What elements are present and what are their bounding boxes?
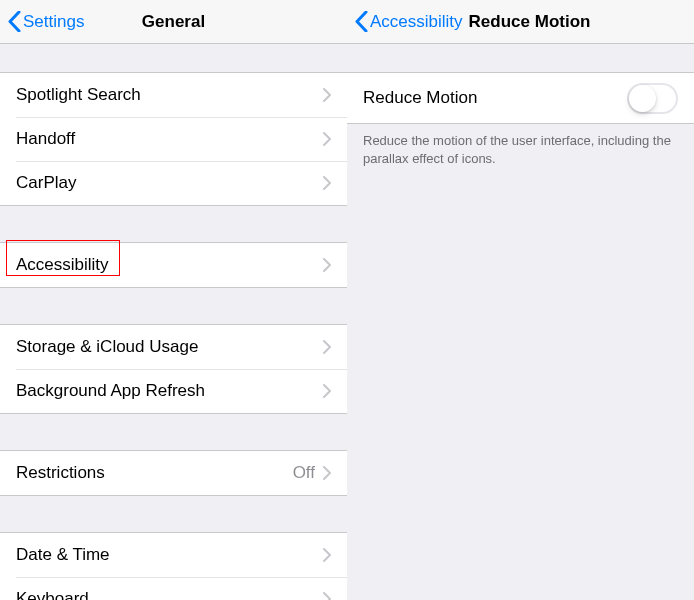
- chevron-right-icon: [323, 176, 331, 190]
- row-label: Accessibility: [16, 255, 323, 275]
- navbar: Accessibility Reduce Motion: [347, 0, 694, 44]
- row-handoff[interactable]: Handoff: [0, 117, 347, 161]
- row-label: Reduce Motion: [363, 88, 627, 108]
- back-button[interactable]: Settings: [8, 11, 84, 32]
- row-storage-icloud[interactable]: Storage & iCloud Usage: [0, 325, 347, 369]
- row-label: Storage & iCloud Usage: [16, 337, 323, 357]
- general-settings-pane: Settings General Spotlight Search Handof…: [0, 0, 347, 600]
- chevron-right-icon: [323, 132, 331, 146]
- chevron-right-icon: [323, 548, 331, 562]
- row-spotlight-search[interactable]: Spotlight Search: [0, 73, 347, 117]
- settings-group-2: Accessibility: [0, 242, 347, 288]
- chevron-right-icon: [323, 384, 331, 398]
- row-accessibility[interactable]: Accessibility: [0, 243, 347, 287]
- reduce-motion-group: Reduce Motion: [347, 72, 694, 124]
- settings-group-5: Date & Time Keyboard Language & Region: [0, 532, 347, 600]
- toggle-knob: [629, 85, 656, 112]
- page-title: Reduce Motion: [469, 12, 591, 32]
- chevron-right-icon: [323, 258, 331, 272]
- row-date-time[interactable]: Date & Time: [0, 533, 347, 577]
- row-label: Background App Refresh: [16, 381, 323, 401]
- chevron-left-icon: [8, 11, 21, 32]
- row-label: Handoff: [16, 129, 323, 149]
- footer-description: Reduce the motion of the user interface,…: [347, 124, 694, 175]
- settings-group-4: Restrictions Off: [0, 450, 347, 496]
- row-background-app-refresh[interactable]: Background App Refresh: [0, 369, 347, 413]
- row-reduce-motion[interactable]: Reduce Motion: [347, 73, 694, 123]
- chevron-right-icon: [323, 88, 331, 102]
- chevron-right-icon: [323, 466, 331, 480]
- navbar: Settings General: [0, 0, 347, 44]
- row-carplay[interactable]: CarPlay: [0, 161, 347, 205]
- settings-group-3: Storage & iCloud Usage Background App Re…: [0, 324, 347, 414]
- row-value: Off: [293, 463, 315, 483]
- reduce-motion-toggle[interactable]: [627, 83, 678, 114]
- row-label: Spotlight Search: [16, 85, 323, 105]
- back-label: Settings: [23, 13, 84, 30]
- settings-group-1: Spotlight Search Handoff CarPlay: [0, 72, 347, 206]
- row-label: Restrictions: [16, 463, 293, 483]
- row-label: Date & Time: [16, 545, 323, 565]
- back-label: Accessibility: [370, 13, 463, 30]
- chevron-right-icon: [323, 340, 331, 354]
- row-keyboard[interactable]: Keyboard: [0, 577, 347, 600]
- back-button[interactable]: Accessibility: [355, 11, 463, 32]
- row-restrictions[interactable]: Restrictions Off: [0, 451, 347, 495]
- reduce-motion-pane: Accessibility Reduce Motion Reduce Motio…: [347, 0, 694, 600]
- row-label: Keyboard: [16, 589, 323, 600]
- chevron-right-icon: [323, 592, 331, 600]
- row-label: CarPlay: [16, 173, 323, 193]
- chevron-left-icon: [355, 11, 368, 32]
